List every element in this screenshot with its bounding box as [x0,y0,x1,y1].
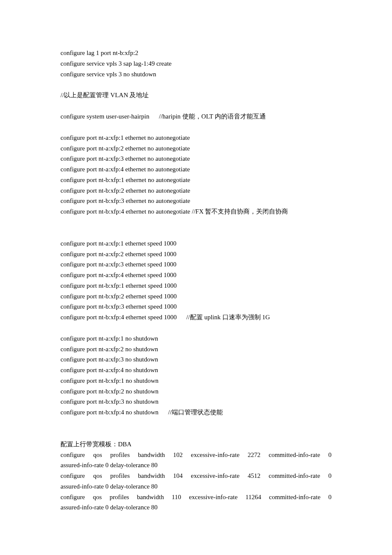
blank-line [61,428,331,439]
text-line: 配置上行带宽模板：DBA [61,439,331,450]
text-line: configure system user-user-hairpin //har… [61,111,331,122]
text-line: configure port nt-b:xfp:2 ethernet speed… [61,291,331,302]
text-line: configure port nt-a:xfp:2 ethernet speed… [61,249,331,260]
text-line: configure port nt-a:xfp:1 no shutdown [61,333,331,344]
text-line: configure port nt-a:xfp:3 ethernet no au… [61,153,331,164]
text-line: configure port nt-a:xfp:4 no shutdown [61,365,331,376]
text-line: configure port nt-a:xfp:2 no shutdown [61,344,331,355]
text-line: configure port nt-a:xfp:1 ethernet no au… [61,133,331,143]
blank-line [61,228,331,238]
text-line: configure port nt-a:xfp:2 ethernet no au… [61,143,331,154]
text-line: configure service vpls 3 sap lag-1:49 cr… [61,58,331,69]
text-line: configure port nt-b:xfp:4 ethernet no au… [61,206,331,217]
text-line: configure port nt-b:xfp:3 ethernet no au… [61,196,331,206]
blank-line [61,323,331,333]
text-line: configure port nt-b:xfp:2 ethernet no au… [61,185,331,196]
text-line: configure port nt-b:xfp:1 ethernet speed… [61,280,331,291]
text-line: assured-info-rate 0 delay-tolerance 80 [61,502,331,513]
text-line: assured-info-rate 0 delay-tolerance 80 [61,481,331,492]
text-line: configure port nt-a:xfp:4 ethernet no au… [61,164,331,175]
text-line: configure port nt-a:xfp:3 ethernet speed… [61,259,331,270]
text-line: configure qos profiles bandwidth 104 exc… [61,471,331,481]
blank-line [61,122,331,133]
text-line: configure lag 1 port nt-b:xfp:2 [61,48,331,58]
text-line: configure port nt-b:xfp:4 no shutdown //… [61,407,331,418]
text-line: configure port nt-b:xfp:2 no shutdown [61,386,331,397]
text-line: configure port nt-a:xfp:1 ethernet speed… [61,238,331,249]
blank-line [61,79,331,90]
text-line: configure service vpls 3 no shutdown [61,69,331,80]
text-line: configure port nt-a:xfp:4 ethernet speed… [61,270,331,280]
text-line: configure port nt-b:xfp:1 no shutdown [61,376,331,386]
text-line: configure qos profiles bandwidth 102 exc… [61,450,331,460]
text-line: configure port nt-b:xfp:3 ethernet speed… [61,301,331,312]
blank-line [61,418,331,428]
text-line: configure port nt-b:xfp:1 ethernet no au… [61,175,331,185]
text-line: configure port nt-b:xfp:4 ethernet speed… [61,312,331,323]
text-line: configure qos profiles bandwidth 110 exc… [61,492,331,503]
text-line: configure port nt-a:xfp:3 no shutdown [61,354,331,365]
text-line: configure port nt-b:xfp:3 no shutdown [61,396,331,407]
blank-line [61,101,331,111]
blank-line [61,217,331,228]
document-page: configure lag 1 port nt-b:xfp:2configure… [0,0,392,555]
text-line: //以上是配置管理 VLAN 及地址 [61,90,331,101]
text-line: assured-info-rate 0 delay-tolerance 80 [61,460,331,471]
